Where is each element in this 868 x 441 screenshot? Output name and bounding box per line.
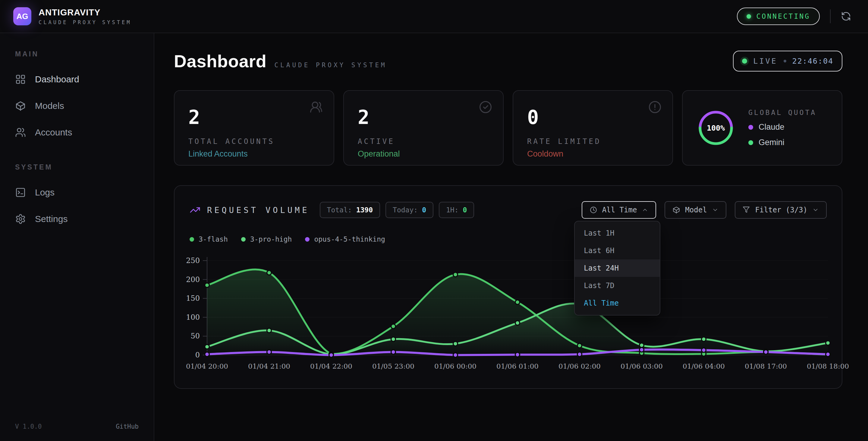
stat-status: Cooldown — [527, 149, 658, 159]
svg-text:01/06 02:00: 01/06 02:00 — [558, 362, 601, 370]
sidebar-item-label: Logs — [35, 187, 55, 198]
model-label: Model — [685, 206, 707, 214]
sidebar-section-label: MAIN — [15, 50, 154, 58]
svg-text:01/08 17:00: 01/08 17:00 — [745, 362, 787, 370]
chip-label: 1H: — [446, 206, 459, 214]
svg-text:50: 50 — [190, 332, 200, 340]
sidebar-gap — [0, 146, 154, 163]
app-logo: AG — [13, 7, 31, 25]
svg-text:01/08 18:00: 01/08 18:00 — [807, 362, 849, 370]
legend-series-name: opus-4-5-thinking — [314, 235, 385, 243]
dropdown-item-all-time[interactable]: All Time — [575, 294, 660, 312]
chevron-down-icon — [712, 207, 718, 213]
gear-icon — [15, 213, 26, 225]
sidebar-item-dashboard[interactable]: Dashboard — [0, 66, 154, 93]
svg-text:150: 150 — [186, 294, 200, 302]
legend-series-name: 3-pro-high — [250, 235, 292, 243]
live-dot-icon — [742, 59, 747, 64]
separator-dot-icon — [784, 60, 786, 62]
sidebar-item-settings[interactable]: Settings — [0, 206, 154, 232]
app-header: AG ANTIGRAVITY CLAUDE PROXY SYSTEM CONNE… — [0, 0, 868, 33]
stat-card-rate-limited: 0 RATE LIMITED Cooldown — [513, 90, 673, 166]
time-range-button[interactable]: All Time Last 1HLast 6HLast 24HLast 7DAl… — [582, 201, 656, 219]
connection-status-badge[interactable]: CONNECTING — [737, 7, 820, 25]
svg-text:01/05 23:00: 01/05 23:00 — [372, 362, 414, 370]
legend-dot-icon — [748, 125, 753, 130]
svg-text:01/04 20:00: 01/04 20:00 — [186, 362, 228, 370]
dropdown-item-last-24h[interactable]: Last 24H — [575, 259, 660, 277]
dropdown-item-last-7d[interactable]: Last 7D — [575, 277, 660, 294]
legend-dot-icon — [748, 140, 753, 145]
chip-value: 0 — [422, 206, 426, 214]
svg-text:01/04 21:00: 01/04 21:00 — [248, 362, 290, 370]
main-content: Dashboard CLAUDE PROXY SYSTEM LIVE 22:46… — [154, 33, 868, 441]
stat-label: ACTIVE — [358, 137, 489, 146]
chevron-up-icon — [642, 207, 648, 213]
header-divider — [830, 9, 831, 23]
quota-legend-item: Claude — [748, 122, 816, 132]
trending-up-icon — [190, 205, 200, 215]
stat-chip: 1H: 0 — [439, 202, 474, 218]
dropdown-item-last-1h[interactable]: Last 1H — [575, 225, 660, 242]
chart-title: REQUEST VOLUME — [207, 205, 310, 215]
legend-dot-icon — [190, 237, 194, 242]
chip-label: Total: — [327, 206, 352, 214]
box-icon — [15, 100, 26, 111]
page-subtitle: CLAUDE PROXY SYSTEM — [274, 62, 387, 69]
alert-circle-icon — [648, 100, 661, 114]
svg-text:100: 100 — [186, 313, 200, 322]
sidebar-item-models[interactable]: Models — [0, 93, 154, 119]
legend-item-3-pro-high[interactable]: 3-pro-high — [241, 235, 292, 243]
users-round-icon — [310, 100, 323, 114]
github-link[interactable]: GitHub — [116, 423, 138, 430]
stat-value: 0 — [527, 108, 658, 127]
chevron-down-icon — [712, 207, 718, 213]
stat-status: Operational — [358, 149, 489, 159]
live-clock: 22:46:04 — [792, 57, 833, 65]
legend-item-3-flash[interactable]: 3-flash — [190, 235, 228, 243]
global-quota-card: 100% GLOBAL QUOTA Claude Gemini — [682, 90, 842, 166]
model-button[interactable]: Model — [664, 201, 726, 219]
stat-value: 2 — [188, 108, 320, 127]
stat-label: TOTAL ACCOUNTS — [188, 137, 320, 146]
time-range-dropdown: Last 1HLast 6HLast 24HLast 7DAll Time — [574, 221, 660, 316]
stat-card-total-accounts: 2 TOTAL ACCOUNTS Linked Accounts — [174, 90, 334, 166]
stat-status: Linked Accounts — [188, 149, 320, 159]
grid-icon — [15, 74, 26, 85]
sidebar-item-label: Models — [35, 101, 64, 111]
users-icon — [15, 127, 26, 138]
box-icon — [673, 206, 680, 214]
request-volume-panel: REQUEST VOLUME Total: 1390 Today: 0 1H: … — [174, 185, 842, 389]
clock-icon — [590, 206, 597, 214]
stat-label: RATE LIMITED — [527, 137, 658, 146]
live-label: LIVE — [753, 57, 777, 65]
legend-dot-icon — [241, 237, 246, 242]
chip-value: 0 — [463, 206, 467, 214]
legend-dot-icon — [305, 237, 310, 242]
app-subtitle: CLAUDE PROXY SYSTEM — [38, 19, 131, 25]
refresh-icon — [841, 11, 851, 22]
chip-value: 1390 — [356, 206, 373, 214]
svg-text:01/06 03:00: 01/06 03:00 — [621, 362, 663, 370]
chevron-down-icon — [812, 207, 819, 213]
sidebar-item-accounts[interactable]: Accounts — [0, 119, 154, 146]
svg-text:01/06 04:00: 01/06 04:00 — [683, 362, 725, 370]
dropdown-item-last-6h[interactable]: Last 6H — [575, 242, 660, 259]
svg-text:01/04 22:00: 01/04 22:00 — [310, 362, 352, 370]
quota-percent: 100% — [696, 109, 735, 147]
quota-ring: 100% — [696, 109, 735, 147]
legend-item-opus-4-5-thinking[interactable]: opus-4-5-thinking — [305, 235, 385, 243]
chevron-up-icon — [642, 207, 648, 213]
legend-series-name: 3-flash — [198, 235, 228, 243]
sidebar: MAIN Dashboard Models Accounts SYSTEM Lo… — [0, 33, 154, 441]
terminal-icon — [15, 187, 26, 198]
filter-button[interactable]: Filter (3/3) — [735, 201, 827, 219]
sidebar-item-logs[interactable]: Logs — [0, 179, 154, 206]
stats-row: 2 TOTAL ACCOUNTS Linked Accounts 2 ACTIV… — [174, 90, 842, 166]
quota-provider-name: Claude — [758, 122, 784, 132]
refresh-button[interactable] — [841, 11, 851, 22]
sidebar-item-label: Dashboard — [35, 74, 79, 85]
status-dot-icon — [747, 14, 751, 19]
funnel-icon — [743, 206, 750, 214]
sidebar-item-label: Settings — [35, 214, 67, 224]
